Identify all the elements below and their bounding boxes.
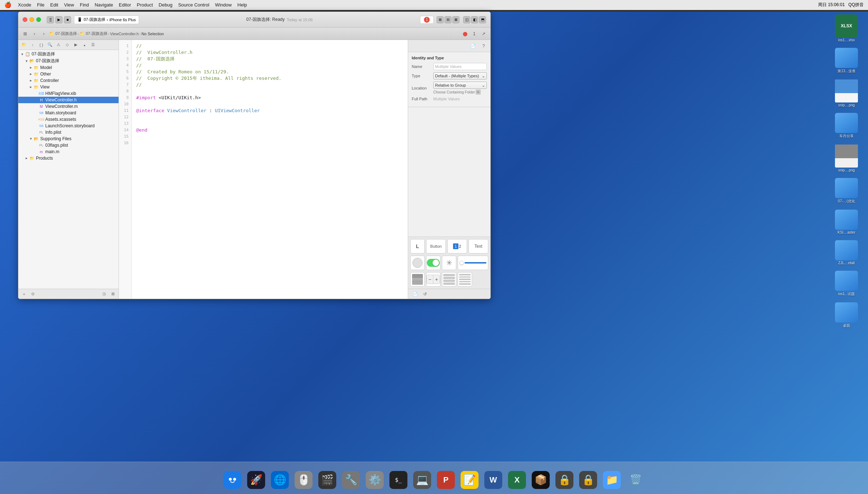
dock-prefs[interactable]: 💻 xyxy=(411,467,433,489)
widget-circle-btn[interactable] xyxy=(410,256,425,270)
menu-edit[interactable]: Edit xyxy=(47,1,61,8)
tree-item-assets[interactable]: ASS Assets.xcassets xyxy=(18,116,119,123)
desktop-icon-folder5[interactable]: ZJL....etail xyxy=(825,237,868,268)
widget-spinner-btn[interactable]: ✳ xyxy=(442,256,456,270)
desktop-icon-folder4[interactable]: KSI....aster xyxy=(825,207,868,237)
widget-text-btn[interactable]: Text xyxy=(468,239,488,253)
dock-trash[interactable]: 🗑️ xyxy=(625,467,646,489)
code-editor[interactable]: 1 2 3 4 5 6 7 8 9 10 11 12 13 14 15 16 xyxy=(119,40,408,299)
stepper-minus[interactable]: − xyxy=(427,275,433,284)
stepper-plus[interactable]: + xyxy=(433,275,440,284)
location-value[interactable]: Relative to Group ⌄ Choose Containing Fo… xyxy=(433,82,487,95)
widget-toggle-btn[interactable] xyxy=(426,256,440,270)
tree-item-controller[interactable]: 📁 Controller xyxy=(18,77,119,84)
tree-item-other[interactable]: 📁 Other xyxy=(18,71,119,77)
widget-table-btn[interactable] xyxy=(442,272,456,287)
folder-btn[interactable]: ⊞ xyxy=(476,90,481,95)
location-select[interactable]: Relative to Group ⌄ xyxy=(433,82,487,89)
source-control-icon[interactable]: ↑ xyxy=(29,41,36,49)
menu-source-control[interactable]: Source Control xyxy=(175,1,212,8)
breakpoint-icon[interactable]: ⬥ xyxy=(81,41,88,49)
dock-video[interactable]: 🎬 xyxy=(317,467,338,489)
dock-app-store[interactable]: 🔒 xyxy=(577,467,599,489)
debug-icon[interactable]: ▶ xyxy=(72,41,79,49)
bc-item-4[interactable]: No Selection xyxy=(142,32,164,36)
error-icon[interactable]: ⬤ xyxy=(461,30,469,38)
bc-item-3[interactable]: ViewController.h xyxy=(110,32,139,36)
menu-help[interactable]: Help xyxy=(235,1,250,8)
name-input[interactable]: Multiple Values xyxy=(433,63,487,70)
tree-item-supporting[interactable]: 📂 Supporting Files xyxy=(18,136,119,142)
jump-bar-icon[interactable]: ↗ xyxy=(480,30,488,38)
bc-item-2[interactable]: 📁 07-国旗选择 xyxy=(80,31,107,36)
hide-debug-btn[interactable]: ⬒ xyxy=(479,16,486,23)
tree-item-model[interactable]: 📁 Model xyxy=(18,64,119,71)
dock-folder[interactable]: 📁 xyxy=(601,467,623,489)
tree-item-main-sb[interactable]: SB Main.storyboard xyxy=(18,110,119,116)
dock-word[interactable]: W xyxy=(483,467,504,489)
find-icon[interactable]: 🔍 xyxy=(46,41,54,49)
recent-files-icon[interactable]: ◷ xyxy=(101,291,108,298)
dock-launchpad[interactable]: 🚀 xyxy=(245,467,267,489)
navigator-icon[interactable]: ⊞ xyxy=(21,30,29,38)
menu-file[interactable]: File xyxy=(34,1,47,8)
desktop-icon-img1[interactable]: snip....png xyxy=(825,77,868,110)
issue-icon[interactable]: ⚠ xyxy=(55,41,62,49)
back-btn[interactable]: ‹ xyxy=(31,30,38,38)
sidebar-options-icon[interactable]: ⊞ xyxy=(109,291,116,298)
desktop-icon-folder7[interactable]: 桌面 xyxy=(825,299,868,331)
file-inspector-icon[interactable]: 📄 xyxy=(469,42,477,50)
widget-button-btn[interactable]: Button xyxy=(426,239,446,253)
bc-item-1[interactable]: 📁 07-国旗选择 xyxy=(49,31,77,36)
quick-help-icon[interactable]: ? xyxy=(480,42,488,50)
hide-navigator-btn[interactable]: ◫ xyxy=(463,16,470,23)
folder-link[interactable]: Choose Containing Folder xyxy=(433,90,475,94)
menu-product[interactable]: Product xyxy=(134,1,156,8)
menu-debug[interactable]: Debug xyxy=(156,1,175,8)
widget-list-btn[interactable] xyxy=(458,272,472,287)
scheme-selector[interactable]: 📱 07-国旗选择 › iPhone 6s Plus xyxy=(74,15,139,24)
tree-item-flags-plist[interactable]: PL 03flags.plist xyxy=(18,142,119,148)
bottom-file-icon[interactable]: 📄 xyxy=(411,290,419,298)
test-icon[interactable]: ◇ xyxy=(64,41,71,49)
desktop-icon-folder3[interactable]: 07-…(优化 xyxy=(825,175,868,207)
code-content[interactable]: // // ViewController.h // 07-国旗选择 // // … xyxy=(132,40,408,299)
desktop-icon-img2[interactable]: snip....png xyxy=(825,142,868,175)
close-button[interactable] xyxy=(23,17,27,22)
menu-xcode[interactable]: Xcode xyxy=(15,1,34,8)
minimize-button[interactable] xyxy=(29,17,34,22)
tree-item-view[interactable]: 📁 View xyxy=(18,84,119,90)
desktop-icon-xlsx1[interactable]: XLSX ios1....xlsx xyxy=(825,12,868,45)
toggle-widget[interactable] xyxy=(427,259,440,267)
tree-item-viewcontroller-h[interactable]: H ViewController.h xyxy=(18,97,119,103)
desktop-icon-folder6[interactable]: ios1...试题 xyxy=(825,268,868,299)
tree-item-project[interactable]: 📋 07-国旗选择 xyxy=(18,51,119,58)
editor-assistant-btn[interactable]: ⊟ xyxy=(444,16,452,23)
menu-window[interactable]: Window xyxy=(212,1,235,8)
tree-item-main-m[interactable]: m main.m xyxy=(18,148,119,155)
dock-p[interactable]: P xyxy=(435,467,457,489)
dock-safari[interactable]: 🌐 xyxy=(269,467,291,489)
widget-12-btn[interactable]: 1 2 xyxy=(447,239,467,253)
dock-notes[interactable]: 📝 xyxy=(459,467,480,489)
tree-item-group[interactable]: 📂 07-国旗选择 xyxy=(18,58,119,64)
menu-find[interactable]: Find xyxy=(77,1,92,8)
stop-button[interactable]: ■ xyxy=(64,16,71,23)
dock-excel[interactable]: X xyxy=(506,467,528,489)
dock-mouse[interactable]: 🖱️ xyxy=(293,467,314,489)
type-select[interactable]: Default - (Multiple Types) ⌄ xyxy=(433,72,487,79)
dock-finder[interactable] xyxy=(222,467,243,489)
warning-count[interactable]: 1 xyxy=(470,30,478,38)
widget-gray-sq-btn[interactable] xyxy=(410,272,425,287)
desktop-icon-folder1[interactable]: 第13...业准 xyxy=(825,45,868,77)
menu-view[interactable]: View xyxy=(61,1,77,8)
editor-standard-btn[interactable]: ⊞ xyxy=(437,16,444,23)
log-icon[interactable]: ☰ xyxy=(89,41,97,49)
hide-utilities-btn[interactable]: ◧ xyxy=(471,16,478,23)
dock-settings[interactable]: ⚙️ xyxy=(364,467,385,489)
bottom-refresh-icon[interactable]: ↺ xyxy=(421,290,429,298)
tree-item-viewcontroller-m[interactable]: M ViewController.m xyxy=(18,103,119,110)
dock-tools[interactable]: 🔧 xyxy=(340,467,362,489)
desktop-icon-folder2[interactable]: 车丹分享 xyxy=(825,110,868,142)
tree-item-products[interactable]: 📁 Products xyxy=(18,155,119,161)
